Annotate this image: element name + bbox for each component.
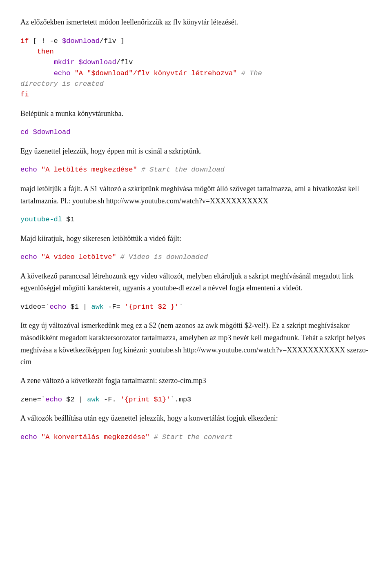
code-block-5: echo "A video letöltve" # Video is downl… <box>20 252 372 263</box>
code-block-8: echo "A konvertálás megkezdése" # Start … <box>20 432 372 443</box>
code-block-1: if [ ! -e $download/flv ] then mkdir $do… <box>20 36 372 100</box>
code-block-6: video=`echo $1 | awk -F= '{print $2 }'` <box>20 302 372 312</box>
para4: majd letöltjük a fájlt. A $1 változó a s… <box>20 183 372 207</box>
code-block-7: zene=`echo $2 | awk -F. '{print $1}'`.mp… <box>20 394 372 405</box>
para6: A következő paranccsal létrehozunk egy v… <box>20 270 372 294</box>
para7b: A zene változó a következőt fogja tartal… <box>20 375 372 387</box>
para2: Belépünk a munka könyvtárunkba. <box>20 108 372 120</box>
main-content: Az előzőekben ismertetett módon leellenő… <box>20 16 372 443</box>
para5: Majd kiíratjuk, hogy sikeresen letöltött… <box>20 233 372 245</box>
para3: Egy üzenettel jelezzük, hogy éppen mit i… <box>20 145 372 158</box>
code-block-3: echo "A letöltés megkezdése" # Start the… <box>20 165 372 175</box>
intro-paragraph: Az előzőekben ismertetett módon leellenő… <box>20 16 372 29</box>
code-block-4: youtube-dl $1 <box>20 214 372 225</box>
para7: Itt egy új változóval ismerkedünk meg ez… <box>20 320 372 368</box>
para8: A változók beállítása után egy üzenettel… <box>20 412 372 425</box>
code-block-2: cd $download <box>20 127 372 138</box>
